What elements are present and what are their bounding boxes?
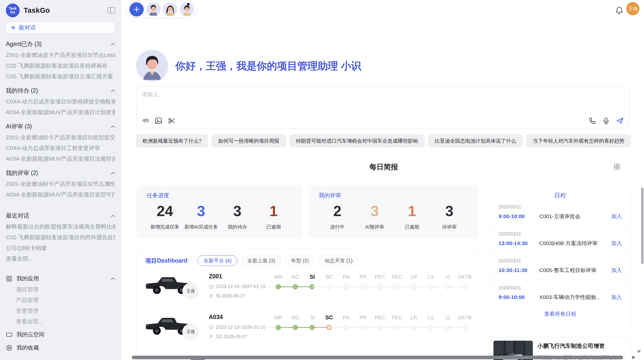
sidebar-item[interactable]: Z001-全新燃油轻卡产品开发项目SI节点属性5D文件评审 [6, 181, 115, 188]
chat-input[interactable] [141, 90, 624, 115]
dashboard-tab[interactable]: 全新平台 (4) [198, 255, 237, 266]
event-join-link[interactable]: 加入 [611, 294, 622, 301]
phone-icon[interactable] [589, 117, 596, 125]
owner-name: 王强 [186, 289, 195, 294]
sidebar-item-favorites[interactable]: 我的收藏 [6, 344, 115, 352]
suggestion-chip[interactable]: 特朗普可能对进口汽车增税会对中国车企造成哪些影响 [289, 134, 425, 147]
owner-name: 王强 [186, 329, 195, 335]
milestone: FEC [388, 273, 405, 293]
recent-chat-item[interactable]: 解释最新出台的欧盟报废车法规再生塑料比例被调至15%... [6, 223, 115, 230]
star-badge-icon [6, 344, 12, 351]
scissors-icon[interactable] [168, 117, 175, 125]
milestone-label: FEC [388, 273, 405, 281]
app-link[interactable]: 变更管理 [16, 307, 115, 314]
paperclip-icon[interactable] [141, 117, 149, 125]
layout-grid-icon[interactable] [613, 163, 620, 170]
sidebar-section-header[interactable]: 我的评审 (2) [6, 169, 115, 177]
sidebar-section-header[interactable]: AI评审 (3) [6, 123, 115, 130]
sidebar-item[interactable]: C0X4-动力总成开发项目SI里程碑提交物检查 [6, 98, 115, 105]
sidebar-item[interactable]: C02-飞腾新能源轻客改款项目立项汇报方案 [6, 73, 115, 80]
recent-view-all[interactable]: 查看全部... [6, 255, 115, 262]
sidebar-section-header[interactable]: 最近对话 [6, 212, 115, 220]
sidebar-item[interactable]: Z001-全新燃油皮卡产品开发项目SI节点Lesson Learn报告 [6, 52, 115, 59]
milestone: SC [321, 273, 338, 293]
sidebar-item[interactable]: A034-全新新能源MUV产品开发项目造型可行性评审 [6, 191, 115, 198]
project-flag: SC-2025-05-17 [209, 334, 266, 339]
event-join-link[interactable]: 加入 [611, 240, 622, 247]
suggestion-chip[interactable]: 当下年轻人对汽车外观有怎样的喜好趋势 [526, 134, 631, 147]
dashboard-header: 项目Dashboard 全新平台 (4)全新上装 (3)年型 (2)动总开发 (… [145, 255, 358, 266]
event-time: 10:30-11:30 [499, 267, 537, 273]
vertical-scrollbar-thumb[interactable] [641, 188, 643, 264]
milestone-label: FEC [388, 314, 405, 321]
sidebar-item[interactable]: Z001-全新燃油轻卡产品开发项目SI造型提交物评审 [6, 134, 115, 141]
scroll-right-arrow-icon[interactable] [632, 356, 635, 359]
sidebar-item-cloud-space[interactable]: 我的云空间 [6, 331, 115, 338]
event-time: 9:00-10:00 [499, 213, 537, 219]
suggestion-chip[interactable]: 如何写一份清晰的项目周报 [212, 134, 286, 147]
event-join-link[interactable]: 加入 [611, 213, 622, 220]
stat-label: 已逾期 [393, 224, 431, 230]
sidebar-item[interactable]: A034-全新新能源MUV产品开发项目法规符合性评审 [6, 155, 115, 162]
send-icon[interactable] [616, 117, 624, 125]
greeting-text: 你好，王强，我是你的项目管理助理 小识 [175, 59, 361, 73]
dashboard-tab[interactable]: 全新上装 (3) [241, 255, 281, 266]
sidebar-section-header[interactable]: Agent已办 (3) [6, 40, 115, 48]
horizontal-scrollbar-thumb[interactable] [132, 356, 623, 359]
sidebar-item[interactable]: C02-飞腾新能源轻客改款项目里程碑画布 [6, 62, 115, 69]
dashboard-title: 项目Dashboard [145, 257, 187, 265]
milestone-label: PA [338, 273, 355, 281]
image-icon[interactable] [155, 117, 162, 125]
dashboard-tab[interactable]: 年型 (2) [285, 255, 315, 266]
assistant-avatar-3[interactable] [180, 2, 194, 17]
sidebar-section-header[interactable]: 我的待办 (2) [6, 87, 115, 95]
project-row[interactable]: 王强 Z001 2023-12-19~2027-01-19 SI-2025-05… [137, 271, 478, 312]
event-name: C001-立项审批会 [539, 213, 609, 220]
project-dates: 2023-12-19~2027-01-19 [209, 284, 266, 289]
milestone-label: KO [287, 273, 304, 281]
sidebar-item[interactable]: C0X4-动力总成开发项目工程变更评审 [6, 145, 115, 152]
event-date: 2025/03/11 [499, 204, 622, 210]
view-all-schedule-link[interactable]: 查看所有日程 [490, 310, 631, 318]
milestone: J1 [439, 314, 456, 334]
milestone-track [456, 321, 473, 334]
scroll-down-arrow-icon[interactable] [637, 350, 641, 353]
project-info: A034 2023-12-19~2026-01-19 SC-2025-05-17 [209, 314, 266, 339]
sidebar-item[interactable]: A034-全新新能源MUV产品开发项目计划变更表编写 [6, 109, 115, 116]
project-dates-text: 2023-12-19~2026-01-19 [216, 325, 266, 330]
sidebar-collapse-icon[interactable] [108, 7, 115, 14]
stat-label: 待评审 [431, 224, 468, 230]
schedule-panel: 日程 2025/03/11 9:00-10:00 C001-立项审批会 加入 2… [490, 184, 631, 331]
add-assistant-button[interactable] [129, 2, 144, 17]
stat: 3 我的待办 [219, 202, 256, 230]
project-row[interactable]: 王强 A034 2023-12-19~2026-01-19 SC-2025-05… [137, 312, 478, 352]
chevron-up-icon [111, 89, 115, 92]
suggestion-chip[interactable]: 欧洲新规最近颁布了什么? [136, 134, 208, 147]
recent-chat-item[interactable]: 公司Q3轻卡销量 [6, 245, 115, 252]
event-join-link[interactable]: 加入 [611, 267, 622, 274]
app-link[interactable]: 产品管理 [16, 297, 115, 304]
milestone: J1 [439, 273, 456, 293]
stat-label: AI预评审 [356, 224, 393, 230]
milestone: LS [422, 273, 439, 293]
milestone: PR [355, 273, 372, 293]
new-chat-button[interactable]: 新对话 [6, 22, 115, 34]
microphone-icon[interactable] [602, 117, 610, 125]
milestone: KO [287, 314, 304, 334]
user-avatar[interactable]: 王强 [626, 2, 639, 15]
my-apps-label: 我的应用 [17, 275, 39, 282]
app-link[interactable]: 项目管理 [16, 286, 115, 293]
section-label: AI评审 (3) [6, 123, 32, 130]
app-title: TaskGo [24, 6, 50, 14]
divider [0, 205, 121, 205]
sidebar-item-my-apps[interactable]: 我的应用 [6, 275, 115, 282]
input-actions [589, 117, 624, 125]
dashboard-tab[interactable]: 动总开发 (1) [319, 255, 358, 266]
notification-bell-icon[interactable] [616, 6, 623, 15]
assistant-avatar-1[interactable] [146, 2, 160, 17]
stat: 2 进行中 [319, 202, 356, 230]
suggestion-chip[interactable]: 比亚迪全固态电池计划具体说了什么 [428, 134, 523, 147]
assistant-avatar-2[interactable] [163, 2, 177, 17]
recent-chat-item[interactable]: C02-飞腾新能源轻客改款项目的闭环通告反馈情况 [6, 234, 115, 241]
app-link[interactable]: 查看全部... [16, 318, 115, 325]
